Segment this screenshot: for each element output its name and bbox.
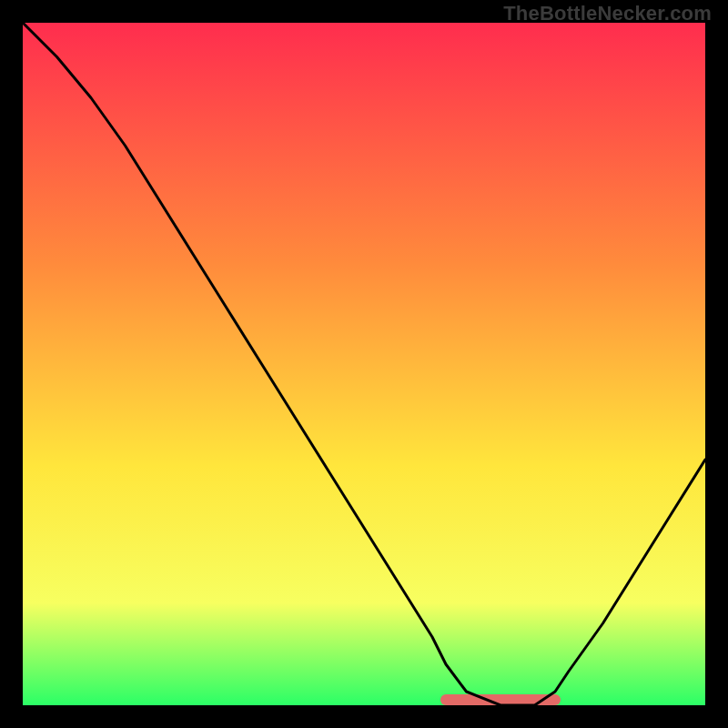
chart-frame: TheBottleNecker.com — [0, 0, 728, 728]
gradient-background — [23, 23, 705, 705]
bottleneck-plot — [23, 23, 705, 705]
